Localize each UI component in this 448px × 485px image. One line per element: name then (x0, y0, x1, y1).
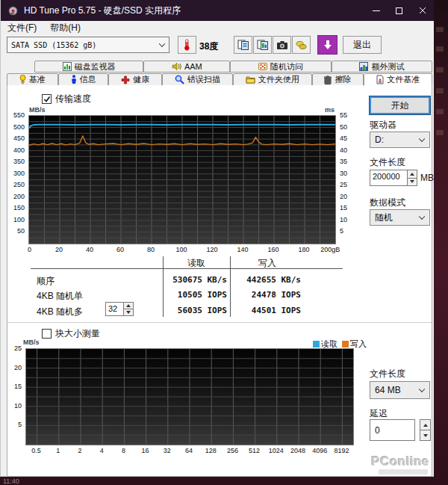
axis-tick: 25 (340, 181, 347, 188)
axis-tick: 250 (13, 181, 25, 188)
axis-tick: 400 (13, 146, 25, 154)
tab-label: 随机访问 (270, 61, 303, 72)
close-button[interactable] (411, 0, 434, 21)
file-length-unit: MB (420, 173, 434, 183)
queue-depth-stepper[interactable]: 32 (105, 302, 134, 316)
row-4kb-single-write: 24478 IOPS (230, 290, 301, 300)
chevron-down-icon (419, 214, 425, 220)
tab-label: 文件夹使用 (258, 74, 299, 85)
delay-value: 0 (375, 425, 380, 436)
axis-tick: 55 (340, 111, 347, 119)
file-length2-dropdown[interactable]: 64 MB (370, 381, 430, 399)
axis-tick: 8192 (334, 447, 349, 454)
file-length-label: 文件长度 (370, 156, 405, 169)
monitor-icon (63, 62, 72, 71)
read-legend-swatch (313, 341, 320, 347)
start-button[interactable]: 开始 (370, 96, 430, 114)
file-length-stepper[interactable]: 200000 (370, 170, 417, 186)
write-legend-swatch (342, 341, 349, 347)
close-icon (419, 7, 426, 14)
axis-tick: 100 (13, 216, 25, 223)
tab-info[interactable]: 信息 (58, 73, 109, 86)
axis-tick: 450 (13, 135, 25, 142)
delay-down-button[interactable] (420, 430, 430, 440)
coins-icon (296, 40, 307, 50)
tab-extra-tests[interactable]: 额外测试 (332, 61, 432, 72)
copy-text-button[interactable] (234, 36, 252, 54)
up-arrow-icon (410, 173, 414, 176)
axis-tick: 550 (13, 111, 25, 119)
delay-label: 延迟 (370, 407, 388, 420)
queue-depth-down-button[interactable] (124, 309, 133, 315)
axis-tick: 150 (13, 204, 25, 211)
menu-help[interactable]: 帮助(H) (43, 22, 87, 34)
delay-input[interactable]: 0 (370, 419, 415, 441)
maximize-button[interactable] (388, 0, 411, 21)
axis-tick: 50 (340, 123, 347, 131)
copy-image-button[interactable] (253, 36, 272, 54)
delay-up-button[interactable] (420, 420, 430, 430)
queue-depth-up-button[interactable] (124, 303, 133, 309)
delay-stepper[interactable] (420, 419, 431, 441)
maximize-icon (396, 7, 402, 14)
tab-label: 信息 (80, 74, 96, 85)
axis-tick: 200gB (320, 246, 340, 253)
axis-tick: 60 (116, 246, 124, 253)
temperature-button[interactable] (178, 36, 196, 54)
row-sequential-read: 530675 KB/s (163, 275, 227, 285)
tab-label: AAM (184, 62, 202, 71)
tab-disk-monitor[interactable]: 磁盘监视器 (34, 61, 143, 72)
info-icon (71, 75, 77, 84)
chart1-x-axis: 020406080100120140160180200gB (28, 246, 336, 255)
tab-benchmark[interactable]: 基准 (7, 73, 58, 86)
axis-tick: 500 (13, 123, 25, 131)
drive-dropdown[interactable]: D: (370, 132, 430, 148)
file-length-up-button[interactable] (408, 170, 417, 178)
drive-select[interactable]: SATA SSD (15362 gB) (7, 37, 169, 53)
axis-tick: 350 (13, 158, 25, 165)
clipboard-text-icon (237, 40, 249, 50)
watermark: PConline (346, 454, 429, 469)
axis-tick: 20 (14, 364, 22, 371)
col-header-write: 写入 (230, 257, 305, 270)
tab-label: 基准 (29, 74, 46, 85)
tab-folder-usage[interactable]: 文件夹使用 (233, 73, 312, 86)
tab-health[interactable]: 健康 (108, 73, 162, 86)
axis-tick: 180 (298, 246, 309, 253)
update-button[interactable] (317, 35, 337, 55)
row-4kb-multi-label: 4KB 随机多 (37, 306, 83, 318)
axis-tick: 5 (18, 421, 22, 428)
minimize-button[interactable] (364, 0, 388, 21)
data-mode-label: 数据模式 (370, 197, 405, 209)
chart2-y-axis: 252015105 (7, 348, 23, 444)
tab-error-scan[interactable]: 错误扫描 (162, 73, 233, 86)
menu-file[interactable]: 文件(F) (1, 22, 43, 34)
tab-aam[interactable]: AAM (143, 61, 230, 72)
exit-button[interactable]: 退出 (343, 36, 382, 54)
saved-screenshots-button[interactable] (292, 36, 311, 54)
file-length-down-button[interactable] (408, 178, 417, 186)
transfer-speed-chart (28, 115, 336, 244)
down-arrow-icon (423, 434, 428, 437)
axis-tick: 0.5 (31, 447, 41, 454)
axis-tick: 20 (340, 193, 347, 200)
chart1-y-axis-right: 555045403530252015105 (338, 115, 353, 243)
tab-file-benchmark[interactable]: 文件基准 (364, 73, 432, 86)
down-arrow-icon (126, 311, 131, 314)
tab-erase[interactable]: 擦除 (312, 73, 364, 86)
axis-tick: 200 (13, 193, 25, 200)
tab-label: 擦除 (335, 74, 351, 85)
tab-label: 额外测试 (371, 61, 404, 72)
block-size-checkbox-row: 块大小测量 (42, 327, 100, 340)
axis-tick: 32 (164, 447, 171, 454)
block-size-checkbox[interactable] (42, 329, 52, 339)
axis-tick: 15 (14, 383, 22, 390)
axis-tick: 10 (14, 402, 22, 410)
drive-label: 驱动器 (370, 119, 396, 132)
up-arrow-icon (423, 424, 428, 427)
transfer-speed-checkbox[interactable] (42, 94, 52, 104)
screenshot-button[interactable] (273, 36, 291, 54)
data-mode-dropdown[interactable]: 随机 (370, 209, 430, 226)
axis-tick: 160 (267, 246, 279, 253)
tab-random-access[interactable]: 随机访问 (230, 61, 331, 72)
